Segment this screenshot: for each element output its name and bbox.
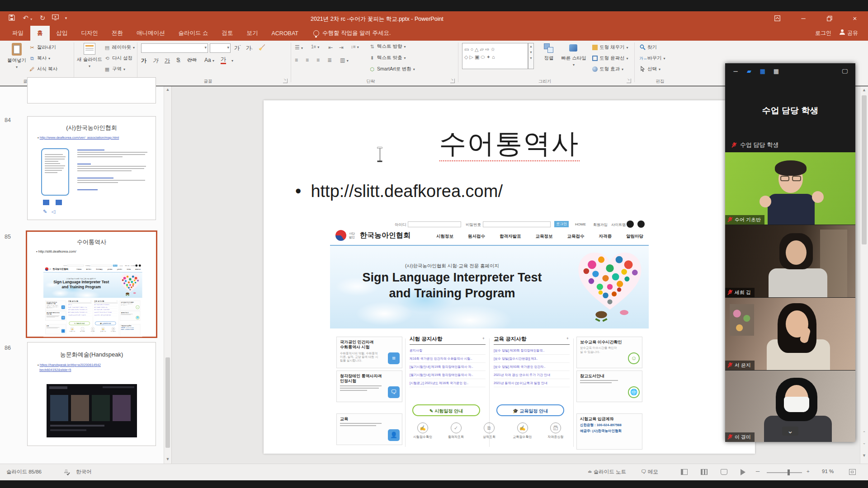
slide-sorter-icon[interactable] bbox=[701, 469, 708, 475]
language-indicator[interactable]: 한국어 bbox=[76, 469, 92, 475]
shapes-gallery[interactable]: ▭○△▱⇨☆◇▷▣⬭✦⌂ bbox=[462, 43, 528, 69]
font-size-combobox[interactable] bbox=[210, 43, 231, 53]
quick-styles-button[interactable]: 빠른 스타일 ▾ bbox=[561, 43, 587, 67]
thumbnail-slide-85-selected[interactable]: 수어통역사 • http://slitt.deafkorea.com/ 아이디 … bbox=[26, 230, 157, 338]
format-painter-button[interactable]: 🖉서식 복사 bbox=[29, 66, 57, 72]
tab-view[interactable]: 보기 bbox=[240, 26, 264, 41]
zoom-slider-thumb[interactable] bbox=[788, 469, 790, 475]
zoom-slider-track[interactable] bbox=[767, 472, 802, 473]
slideshow-view-icon[interactable] bbox=[741, 469, 745, 475]
thumbnail-slide-86[interactable]: 농문화예술(Handspeak) • https://handspeak.kr/… bbox=[27, 342, 156, 446]
align-text-button[interactable]: ⬍텍스트 맞춤 ▾ bbox=[369, 55, 406, 61]
video-tile[interactable]: 서 은지 bbox=[725, 298, 855, 370]
justify-button[interactable]: ≣ bbox=[327, 57, 332, 63]
thumbnail-scrollbar[interactable]: ▲ ▼ bbox=[164, 86, 171, 464]
slide-bullet-text[interactable]: • http://slitt.deafkorea.com/ bbox=[295, 182, 503, 201]
thumbnail-slide-83-partial[interactable] bbox=[27, 77, 156, 103]
notes-button[interactable]: ≐ 슬라이드 노트 bbox=[588, 469, 626, 475]
italic-button[interactable]: 가 bbox=[153, 57, 158, 65]
close-button[interactable]: × bbox=[849, 13, 861, 24]
slide-title-text[interactable]: 수어통역사 bbox=[264, 126, 755, 162]
grid-view-icon[interactable]: ▦ bbox=[772, 68, 780, 76]
minimize-button[interactable]: ─ bbox=[797, 13, 809, 24]
font-dialog-launcher[interactable] bbox=[283, 79, 288, 83]
tab-insert[interactable]: 삽입 bbox=[50, 26, 75, 41]
align-center-button[interactable]: ≡ bbox=[306, 57, 309, 63]
video-tile[interactable]: 세희 김 bbox=[725, 225, 855, 297]
tab-transitions[interactable]: 전환 bbox=[105, 26, 130, 41]
font-name-combobox[interactable] bbox=[141, 43, 208, 53]
tab-home[interactable]: 홈 bbox=[30, 26, 50, 41]
convert-smartart-button[interactable]: ⬡SmartArt로 변환 ▾ bbox=[369, 66, 415, 72]
new-slide-button[interactable]: 새 슬라이드 ▾ bbox=[77, 43, 102, 68]
select-button[interactable]: 선택 ▾ bbox=[639, 66, 660, 72]
fit-to-window-icon[interactable] bbox=[849, 469, 856, 475]
login-button[interactable]: 로그인 bbox=[815, 29, 831, 37]
reset-button[interactable]: ⟲다시 설정 bbox=[104, 55, 132, 61]
redo-icon[interactable]: ↻ bbox=[37, 13, 48, 23]
grow-font-button[interactable]: 가ˆ bbox=[234, 44, 241, 52]
columns-button[interactable]: ▥ ▾ bbox=[340, 57, 349, 63]
previous-slide-button[interactable]: ⌃ bbox=[860, 431, 868, 435]
tab-review[interactable]: 검토 bbox=[215, 26, 240, 41]
main-scroll-down[interactable]: ▼ bbox=[860, 453, 868, 458]
clear-formatting-button[interactable]: 🧹 bbox=[259, 44, 265, 51]
next-slide-button[interactable]: ⌄ bbox=[860, 441, 868, 445]
spellcheck-icon[interactable] bbox=[63, 469, 70, 476]
shape-effects-button[interactable]: 도형 효과 ▾ bbox=[592, 66, 623, 72]
zoom-in-button[interactable]: + bbox=[807, 469, 810, 474]
line-spacing-button[interactable]: ↕≡ ▾ bbox=[351, 44, 359, 49]
tellme-box[interactable]: 수행할 작업을 알려 주세요. bbox=[313, 26, 391, 41]
underline-button[interactable]: 가 bbox=[165, 57, 170, 65]
zoom-percentage[interactable]: 91 % bbox=[822, 469, 834, 474]
shapes-gallery-scroll[interactable]: ▲▼▼ bbox=[528, 43, 534, 69]
comments-button[interactable]: 🗨 메모 bbox=[641, 469, 658, 475]
main-scrollbar[interactable]: ▲ ⌃ ⌄ ▼ bbox=[860, 86, 868, 464]
slide-canvas[interactable]: 수어통역사 • http://slitt.deafkorea.com/ 아이디 … bbox=[264, 100, 755, 454]
align-right-button[interactable]: ≡ bbox=[316, 57, 320, 63]
section-button[interactable]: ▦구역 ▾ bbox=[104, 66, 125, 72]
panel-minimize-icon[interactable]: ─ bbox=[731, 68, 740, 76]
shape-outline-button[interactable]: 도형 윤곽선 ▾ bbox=[592, 55, 628, 61]
slide-image-website[interactable]: 아이디 비밀번호 로그인 HOME 회원가입 사이트맵 사단 법인 bbox=[330, 220, 649, 454]
drawing-dialog-launcher[interactable] bbox=[627, 79, 631, 83]
copy-button[interactable]: ⧉복사 ▾ bbox=[29, 55, 50, 61]
shrink-font-button[interactable]: 가ˇ bbox=[246, 44, 253, 52]
restore-button[interactable] bbox=[824, 13, 835, 24]
video-tile[interactable]: 이 경미 ⌄ bbox=[725, 371, 855, 442]
align-left-button[interactable]: ≡ bbox=[295, 57, 298, 63]
tab-acrobat[interactable]: ACROBAT bbox=[264, 26, 305, 41]
cut-button[interactable]: ✂잘라내기 bbox=[29, 44, 56, 51]
gallery-view-icon[interactable]: ▦ bbox=[759, 68, 767, 76]
thumbnail-scrollbar-thumb[interactable] bbox=[165, 357, 170, 448]
main-scroll-up[interactable]: ▲ bbox=[860, 88, 868, 92]
change-case-button[interactable]: Aa ▾ bbox=[204, 57, 214, 63]
decrease-indent-button[interactable]: ⇤ bbox=[328, 44, 333, 51]
find-button[interactable]: 찾기 bbox=[639, 44, 657, 51]
tab-slideshow[interactable]: 슬라이드 쇼 bbox=[172, 26, 215, 41]
qat-customize-icon[interactable]: ▾ bbox=[61, 13, 71, 23]
undo-icon[interactable]: ↶ ▾ bbox=[20, 13, 35, 23]
paragraph-dialog-launcher[interactable] bbox=[450, 79, 455, 83]
reading-view-icon[interactable] bbox=[721, 469, 727, 475]
tab-animations[interactable]: 애니메이션 bbox=[130, 26, 172, 41]
paste-button[interactable]: 붙여넣기 ▾ bbox=[6, 43, 27, 69]
scroll-participants-chevron[interactable]: ⌄ bbox=[782, 427, 798, 436]
zoom-out-button[interactable]: ─ bbox=[756, 469, 760, 474]
text-shadow-button[interactable]: S bbox=[176, 57, 180, 63]
bold-button[interactable]: 가 bbox=[141, 57, 146, 65]
font-color-button[interactable]: 가 bbox=[221, 56, 226, 64]
video-tile[interactable]: 수어 기초반 bbox=[725, 152, 855, 225]
scroll-up-arrow[interactable]: ▲ bbox=[164, 87, 171, 92]
tab-design[interactable]: 디자인 bbox=[75, 26, 105, 41]
text-direction-button[interactable]: ⇅텍스트 방향 ▾ bbox=[369, 43, 406, 50]
strikethrough-button[interactable]: 간격 bbox=[187, 57, 197, 63]
numbering-button[interactable]: 1≡ ▾ bbox=[311, 44, 319, 49]
increase-indent-button[interactable]: ⇥ bbox=[339, 44, 344, 51]
scroll-down-arrow[interactable]: ▼ bbox=[164, 457, 171, 461]
share-screen-icon[interactable]: 🖵 bbox=[841, 68, 849, 76]
font-color-dropdown[interactable]: ▾ bbox=[231, 59, 233, 63]
ribbon-display-options-icon[interactable] bbox=[771, 13, 783, 24]
shape-fill-button[interactable]: 도형 채우기 ▾ bbox=[592, 44, 628, 51]
start-slideshow-icon[interactable] bbox=[50, 13, 61, 23]
